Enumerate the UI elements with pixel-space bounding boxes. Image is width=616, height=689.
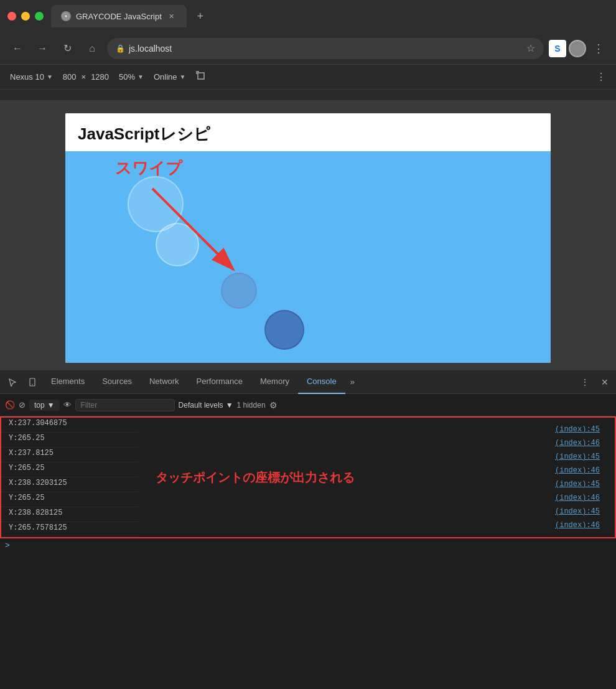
context-label: top: [34, 401, 45, 410]
svg-point-1: [65, 15, 67, 17]
network-status: Online: [154, 72, 177, 82]
tab-console[interactable]: Console: [298, 370, 345, 394]
console-entry-text: X:238.828125: [4, 509, 136, 517]
more-menu-button[interactable]: ⋮: [589, 39, 609, 59]
home-button[interactable]: ⌂: [82, 39, 102, 59]
devtools-tabs: Elements Sources Network Performance Mem…: [0, 370, 616, 394]
dimension-x: ×: [82, 72, 86, 82]
address-bar[interactable]: 🔒 js.localhost ☆: [107, 38, 544, 59]
device-name: Nexus 10: [10, 72, 44, 82]
dimension-display: 800 × 1280: [63, 72, 109, 82]
console-entry-text: X:237.8125: [4, 449, 136, 457]
viewport-width: 800: [63, 72, 77, 82]
console-entry: X:237.3046875: [1, 418, 138, 433]
more-tabs-button[interactable]: »: [345, 377, 360, 387]
console-prompt[interactable]: >: [0, 538, 616, 553]
console-entry: X:238.828125: [1, 507, 138, 522]
levels-label: Default levels: [179, 401, 223, 410]
console-source-link[interactable]: (index):46: [555, 464, 605, 477]
close-traffic-light[interactable]: [7, 12, 16, 21]
tab-performance[interactable]: Performance: [188, 370, 251, 394]
tab-bar: GRAYCODE JavaScript ✕ +: [51, 5, 609, 27]
new-tab-button[interactable]: +: [192, 7, 209, 25]
devtools-close-button[interactable]: ✕: [596, 373, 614, 391]
nav-bar: ← → ↻ ⌂ 🔒 js.localhost ☆ S ⋮: [0, 32, 616, 65]
tab-close-button[interactable]: ✕: [167, 11, 177, 21]
network-dropdown-arrow: ▼: [180, 73, 186, 80]
swipe-label: スワイプ: [115, 157, 182, 179]
zoom-select[interactable]: 50% ▼: [119, 72, 144, 82]
svg-line-3: [152, 189, 233, 270]
s-logo-button[interactable]: S: [549, 40, 566, 57]
tab-title: GRAYCODE JavaScript: [76, 12, 162, 21]
levels-dropdown-arrow: ▼: [226, 401, 233, 410]
page-title: JavaScriptレシピ: [78, 123, 538, 145]
levels-select[interactable]: Default levels ▼: [179, 401, 233, 410]
devtools-actions: ⋮ ✕: [576, 373, 614, 391]
maximize-traffic-light[interactable]: [35, 12, 44, 21]
tab-favicon: [61, 11, 71, 21]
console-entry: X:237.8125: [1, 448, 138, 462]
mobile-icon[interactable]: [22, 370, 42, 394]
touch-circle-4: [264, 310, 304, 350]
lock-icon: 🔒: [116, 44, 125, 53]
device-select[interactable]: Nexus 10 ▼: [10, 72, 53, 82]
swipe-arrow: [134, 176, 258, 288]
console-settings-button[interactable]: ⚙: [269, 400, 278, 410]
prompt-symbol: >: [5, 541, 10, 550]
cursor-icon[interactable]: [2, 370, 22, 394]
tab-memory[interactable]: Memory: [251, 370, 298, 394]
console-entries-list: X:237.3046875Y:265.25X:237.8125Y:265.25X…: [1, 418, 138, 537]
title-bar: GRAYCODE JavaScript ✕ +: [0, 0, 616, 32]
browser-viewport: JavaScriptレシピ スワイプ: [65, 113, 551, 363]
swipe-demo-area[interactable]: スワイプ: [65, 151, 551, 363]
rotate-button[interactable]: [195, 70, 207, 84]
avatar[interactable]: [569, 40, 586, 57]
zoom-dropdown-arrow: ▼: [138, 73, 144, 80]
console-source-link[interactable]: (index):46: [555, 491, 605, 505]
forward-button[interactable]: →: [32, 39, 52, 59]
console-source-link[interactable]: (index):46: [555, 518, 605, 532]
device-toolbar: Nexus 10 ▼ 800 × 1280 50% ▼ Online ▼ ⋮: [0, 65, 616, 90]
active-tab[interactable]: GRAYCODE JavaScript ✕: [51, 5, 187, 27]
viewport-height: 1280: [91, 72, 109, 82]
console-entry-text: Y:265.25: [4, 464, 136, 472]
devtools-panel: Elements Sources Network Performance Mem…: [0, 369, 616, 553]
console-source-link[interactable]: (index):45: [555, 423, 605, 436]
console-entry: Y:265.25: [1, 433, 138, 448]
reload-button[interactable]: ↻: [57, 39, 77, 59]
filter-input[interactable]: [75, 399, 175, 411]
network-select[interactable]: Online ▼: [154, 72, 185, 82]
traffic-lights: [7, 12, 44, 21]
zoom-level: 50%: [119, 72, 135, 82]
tab-elements[interactable]: Elements: [42, 370, 93, 394]
console-source-link[interactable]: (index):45: [555, 477, 605, 491]
console-entry-text: X:237.3046875: [4, 419, 136, 428]
console-entry: Y:265.25: [1, 462, 138, 477]
clear-console-button[interactable]: 🚫: [5, 400, 15, 410]
console-source-link[interactable]: (index):45: [555, 505, 605, 518]
context-select[interactable]: top ▼: [29, 400, 60, 411]
console-source-link[interactable]: (index):46: [555, 436, 605, 450]
minimize-traffic-light[interactable]: [21, 12, 30, 21]
hidden-count: 1 hidden: [237, 401, 266, 410]
console-output: X:237.3046875Y:265.25X:237.8125Y:265.25X…: [0, 416, 616, 553]
tab-network[interactable]: Network: [141, 370, 188, 394]
console-entry-text: X:238.3203125: [4, 479, 136, 487]
filter-toggle-button[interactable]: ⊘: [19, 400, 26, 410]
eye-button[interactable]: 👁: [63, 400, 72, 410]
annotation-area: タッチポイントの座標が出力される (index):45(index):46(in…: [138, 418, 615, 537]
console-source-link[interactable]: (index):45: [555, 450, 605, 464]
console-entry: Y:265.25: [1, 492, 138, 507]
toolbar-more-button[interactable]: ⋮: [596, 71, 606, 83]
devtools-settings-button[interactable]: ⋮: [576, 373, 594, 391]
svg-point-5: [32, 384, 33, 385]
tab-sources[interactable]: Sources: [93, 370, 141, 394]
console-entry-text: Y:265.25: [4, 434, 136, 443]
device-dropdown-arrow: ▼: [47, 73, 53, 80]
bookmark-icon[interactable]: ☆: [526, 42, 535, 54]
console-entry-text: Y:265.25: [4, 494, 136, 502]
console-entry: Y:265.7578125: [1, 522, 138, 537]
tab-ruler: [0, 90, 616, 101]
back-button[interactable]: ←: [7, 39, 27, 59]
